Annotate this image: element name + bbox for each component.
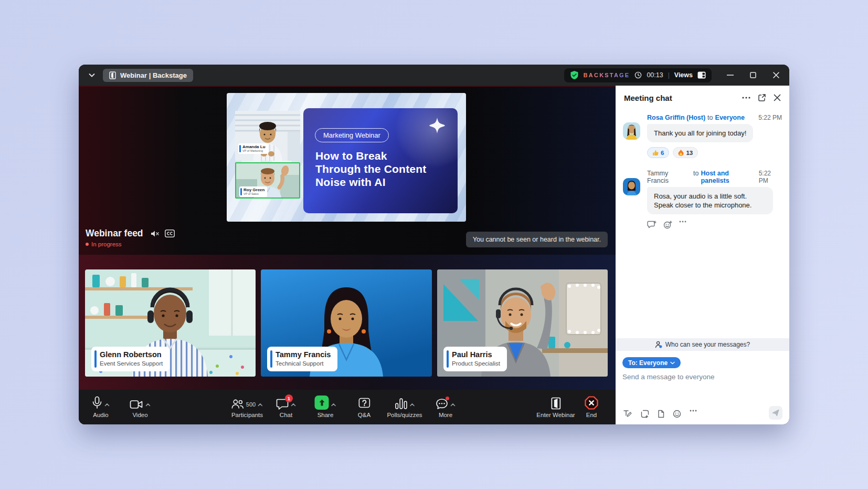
slide-speaker-role: VP of Marketing (242, 149, 266, 152)
audio-label: Audio (93, 412, 108, 418)
layout-views-icon[interactable] (697, 71, 706, 79)
slide-nameplate-amanda: Amanda Lu VP of Marketing (238, 143, 268, 154)
video-options-chevron[interactable] (145, 403, 151, 407)
video-label: Video (132, 412, 147, 418)
polls-chevron[interactable] (409, 403, 415, 407)
closed-captions-icon[interactable] (165, 230, 175, 237)
message-time: 5:22 PM (759, 170, 782, 184)
recipient-selector-label: To: Everyone (628, 359, 668, 367)
session-status-pill: BACKSTAGE 00:13 | Views (564, 68, 712, 82)
close-chat-icon[interactable] (774, 94, 781, 101)
slide-headline-line: Through the Content (315, 162, 426, 175)
slide-speaker-name: Amanda Lu (242, 144, 266, 149)
message-more-icon[interactable] (679, 221, 686, 229)
share-button[interactable]: Share (315, 394, 336, 418)
polls-bars-icon (395, 398, 407, 410)
polls-label: Polls/quizzes (387, 412, 422, 418)
pop-out-icon[interactable] (758, 93, 766, 102)
divider: | (668, 71, 670, 79)
quote-reply-icon[interactable] (647, 221, 657, 229)
emoji-icon[interactable] (673, 410, 681, 418)
composer-more-icon[interactable] (690, 410, 697, 418)
minimize-button[interactable] (725, 70, 735, 80)
composer-toolbar (623, 410, 697, 418)
chat-bubble-icon: 1 (276, 398, 289, 410)
end-button[interactable]: End (585, 394, 598, 418)
participants-chevron[interactable] (258, 403, 263, 407)
slide-headline-line: How to Break (315, 149, 426, 162)
participants-button[interactable]: 500 Participants (231, 394, 263, 418)
nameplate-glenn: Glenn Robertson Event Services Support (91, 347, 170, 371)
slide-speaker-roy-video-active: Roy Green VP of Sales (235, 162, 300, 199)
polls-button[interactable]: Polls/quizzes (387, 394, 422, 418)
slide-headline-line: Noise with AI (315, 175, 426, 189)
more-notification-dot (446, 397, 449, 400)
chat-button[interactable]: 1 Chat (276, 394, 296, 418)
message-input[interactable] (622, 373, 768, 381)
views-label[interactable]: Views (674, 71, 693, 79)
meeting-chat-panel: Meeting chat Rosa Gri (616, 86, 789, 424)
participant-tile-paul[interactable]: Paul Harris Product Specialist (437, 269, 608, 377)
recipient-selector[interactable]: To: Everyone (622, 357, 681, 368)
more-button[interactable]: More (436, 394, 456, 418)
clock-icon (634, 71, 642, 79)
video-button[interactable]: Video (130, 394, 151, 418)
screen-capture-icon[interactable] (641, 410, 649, 418)
chat-header: Meeting chat (616, 86, 789, 110)
enter-webinar-button[interactable]: Enter Webinar (536, 394, 575, 418)
reaction-thumbs-up[interactable]: 6 (647, 147, 669, 158)
avatar-rosa (623, 122, 640, 140)
end-octagon-icon (585, 396, 598, 410)
add-reaction-icon[interactable] (663, 221, 672, 229)
reaction-fire[interactable]: 13 (673, 147, 698, 158)
qa-label: Q&A (358, 412, 371, 418)
attach-file-icon[interactable] (658, 410, 664, 418)
speaker-muted-icon[interactable] (150, 230, 160, 238)
avatar-tammy (623, 178, 640, 195)
webinar-backstage-tab[interactable]: Webinar | Backstage (103, 69, 193, 82)
session-timer: 00:13 (647, 71, 663, 79)
close-window-button[interactable] (771, 70, 781, 80)
nameplate-paul: Paul Harris Product Specialist (443, 347, 507, 371)
privacy-banner[interactable]: Who can see your messages? (616, 338, 789, 351)
share-screen-icon (315, 396, 329, 410)
more-options-icon (436, 398, 448, 410)
desktop-background: Webinar | Backstage BACKSTAGE 00:13 | Vi… (0, 0, 868, 489)
send-message-button[interactable] (769, 406, 782, 420)
participant-role: Technical Support (276, 360, 331, 368)
participant-tile-glenn[interactable]: Glenn Robertson Event Services Support (85, 269, 256, 377)
audio-options-chevron[interactable] (104, 403, 110, 407)
stage-area: Amanda Lu VP of Marketing (79, 86, 616, 390)
slide-content-panel: Marketing Webinar How to Break Through t… (303, 108, 458, 213)
door-icon (109, 71, 116, 79)
chat-message: Tammy Francis to Host and panelists 5:22… (623, 170, 782, 214)
tab-label: Webinar | Backstage (120, 71, 187, 79)
share-chevron[interactable] (331, 403, 336, 407)
microphone-icon (92, 396, 102, 410)
sender-name[interactable]: Rosa Griffin (Host) (647, 114, 705, 121)
backstage-badge: BACKSTAGE (584, 72, 630, 78)
chat-title: Meeting chat (624, 93, 742, 102)
recipient-name[interactable]: Everyone (715, 114, 745, 121)
qa-button[interactable]: Q&A (358, 394, 371, 418)
webinar-feed-title: Webinar feed (86, 228, 143, 239)
participants-icon (231, 398, 244, 410)
participant-tile-tammy[interactable]: Tammy Francis Technical Support (261, 269, 432, 377)
participant-name: Tammy Francis (276, 350, 331, 359)
status-dot (86, 243, 89, 246)
feed-status: In progress (86, 241, 122, 247)
chat-chevron[interactable] (291, 403, 296, 407)
chevron-down-icon[interactable] (86, 69, 98, 81)
participants-count: 500 (246, 401, 256, 408)
slide-headline: How to Break Through the Content Noise w… (315, 149, 426, 189)
slide-topic-pill: Marketing Webinar (315, 128, 389, 142)
text-format-icon[interactable] (623, 410, 632, 418)
person-privacy-icon (655, 341, 662, 348)
recipient-name[interactable]: Host and panelists (701, 170, 758, 184)
chat-more-icon[interactable] (742, 97, 750, 99)
audio-button[interactable]: Audio (92, 394, 110, 418)
maximize-button[interactable] (748, 70, 758, 80)
share-label: Share (317, 412, 334, 418)
sender-name: Tammy Francis (647, 170, 691, 184)
more-chevron[interactable] (450, 403, 456, 407)
